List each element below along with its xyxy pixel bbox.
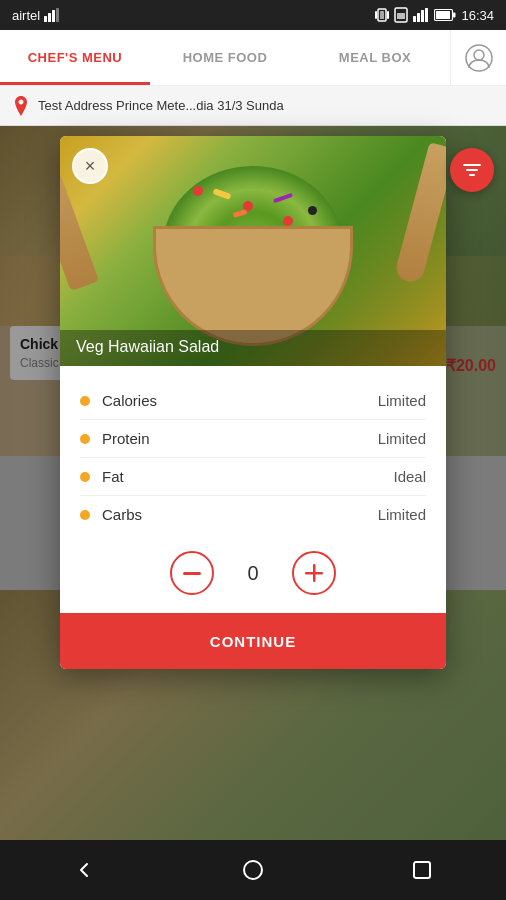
nutrition-left-calories: Calories xyxy=(80,392,157,409)
address-bar: Test Address Prince Mete...dia 31/3 Sund… xyxy=(0,86,506,126)
filter-fab-button[interactable] xyxy=(450,148,494,192)
close-modal-button[interactable]: × xyxy=(72,148,108,184)
dish-name-overlay: Veg Hawaiian Salad xyxy=(60,330,446,366)
nutrition-row-fat: Fat Ideal xyxy=(80,458,426,496)
carbs-value: Limited xyxy=(378,506,426,523)
increase-quantity-button[interactable] xyxy=(292,551,336,595)
home-icon xyxy=(242,859,264,881)
nutrition-row-protein: Protein Limited xyxy=(80,420,426,458)
address-text: Test Address Prince Mete...dia 31/3 Sund… xyxy=(38,98,284,113)
protein-value: Limited xyxy=(378,430,426,447)
calories-dot xyxy=(80,396,90,406)
time-label: 16:34 xyxy=(461,8,494,23)
continue-button[interactable]: CONTINUE xyxy=(60,613,446,669)
location-icon xyxy=(12,96,30,116)
profile-icon xyxy=(465,44,493,72)
svg-point-25 xyxy=(244,861,262,879)
nutrition-section: Calories Limited Protein Limited Fat Ide… xyxy=(60,366,446,533)
bottom-nav xyxy=(0,840,506,900)
home-button[interactable] xyxy=(223,840,283,900)
svg-rect-6 xyxy=(375,11,377,19)
quantity-section: 0 xyxy=(60,533,446,613)
svg-rect-15 xyxy=(436,11,450,19)
profile-icon-container[interactable] xyxy=(450,30,506,85)
decrease-quantity-button[interactable] xyxy=(170,551,214,595)
svg-rect-9 xyxy=(397,13,405,19)
minus-icon xyxy=(183,572,201,575)
nutrition-row-carbs: Carbs Limited xyxy=(80,496,426,533)
sim-icon xyxy=(394,7,408,23)
item-detail-modal: × Veg Hawaiian Salad Calories Limited Pr… xyxy=(60,136,446,669)
recents-icon xyxy=(412,860,432,880)
recents-button[interactable] xyxy=(392,840,452,900)
svg-point-17 xyxy=(466,45,492,71)
carbs-dot xyxy=(80,510,90,520)
protein-dot xyxy=(80,434,90,444)
nutrition-left-fat: Fat xyxy=(80,468,124,485)
svg-rect-7 xyxy=(387,11,389,19)
status-bar: airtel 16:34 xyxy=(0,0,506,30)
back-button[interactable] xyxy=(54,840,114,900)
svg-rect-0 xyxy=(44,16,47,22)
svg-point-18 xyxy=(474,50,484,60)
filter-icon xyxy=(461,159,483,181)
fat-dot xyxy=(80,472,90,482)
signal-icon xyxy=(44,8,60,22)
battery-icon xyxy=(434,9,456,21)
svg-rect-10 xyxy=(413,16,416,22)
bowl-outer xyxy=(153,226,353,346)
calories-value: Limited xyxy=(378,392,426,409)
svg-rect-13 xyxy=(425,8,428,22)
status-left: airtel xyxy=(12,8,60,23)
nutrition-left-carbs: Carbs xyxy=(80,506,142,523)
wooden-fork xyxy=(393,142,446,284)
quantity-value: 0 xyxy=(238,562,268,585)
svg-rect-16 xyxy=(453,13,456,18)
salad-bowl xyxy=(153,156,353,346)
fat-label: Fat xyxy=(102,468,124,485)
tab-home-food[interactable]: HOME FOOD xyxy=(150,30,300,85)
svg-rect-2 xyxy=(52,10,55,22)
calories-label: Calories xyxy=(102,392,157,409)
dish-image: × Veg Hawaiian Salad xyxy=(60,136,446,366)
nutrition-left-protein: Protein xyxy=(80,430,150,447)
svg-rect-3 xyxy=(56,8,59,22)
nutrition-row-calories: Calories Limited xyxy=(80,382,426,420)
plus-icon xyxy=(305,564,323,582)
dish-name-text: Veg Hawaiian Salad xyxy=(76,338,219,355)
svg-rect-11 xyxy=(417,13,420,22)
carbs-label: Carbs xyxy=(102,506,142,523)
svg-rect-22 xyxy=(183,572,201,575)
svg-rect-26 xyxy=(414,862,430,878)
protein-label: Protein xyxy=(102,430,150,447)
carrier-label: airtel xyxy=(12,8,40,23)
svg-rect-24 xyxy=(305,572,323,575)
svg-rect-12 xyxy=(421,10,424,22)
top-nav: CHEF'S MENU HOME FOOD MEAL BOX xyxy=(0,30,506,86)
vibrate-icon xyxy=(375,7,389,23)
svg-rect-1 xyxy=(48,13,51,22)
tab-meal-box[interactable]: MEAL BOX xyxy=(300,30,450,85)
svg-rect-5 xyxy=(380,11,384,19)
tab-chefs-menu[interactable]: CHEF'S MENU xyxy=(0,30,150,85)
fat-value: Ideal xyxy=(393,468,426,485)
network-icon xyxy=(413,8,429,22)
status-right: 16:34 xyxy=(375,7,494,23)
back-icon xyxy=(73,859,95,881)
